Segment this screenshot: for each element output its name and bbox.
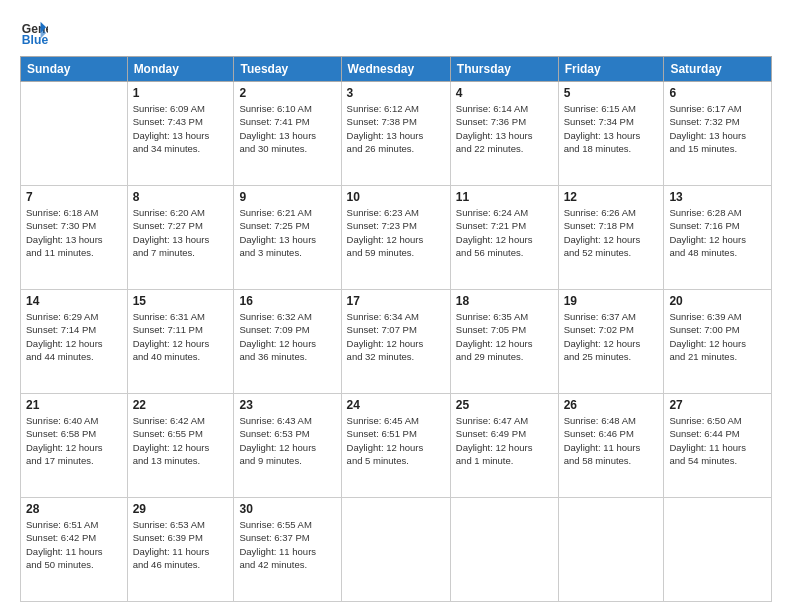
day-info: Sunrise: 6:20 AM Sunset: 7:27 PM Dayligh… <box>133 206 229 259</box>
day-info: Sunrise: 6:10 AM Sunset: 7:41 PM Dayligh… <box>239 102 335 155</box>
day-number: 22 <box>133 398 229 412</box>
day-info: Sunrise: 6:29 AM Sunset: 7:14 PM Dayligh… <box>26 310 122 363</box>
day-cell: 7Sunrise: 6:18 AM Sunset: 7:30 PM Daylig… <box>21 186 128 290</box>
day-number: 28 <box>26 502 122 516</box>
day-cell: 17Sunrise: 6:34 AM Sunset: 7:07 PM Dayli… <box>341 290 450 394</box>
day-info: Sunrise: 6:35 AM Sunset: 7:05 PM Dayligh… <box>456 310 553 363</box>
day-cell: 21Sunrise: 6:40 AM Sunset: 6:58 PM Dayli… <box>21 394 128 498</box>
svg-text:Blue: Blue <box>22 33 48 46</box>
day-info: Sunrise: 6:17 AM Sunset: 7:32 PM Dayligh… <box>669 102 766 155</box>
day-number: 10 <box>347 190 445 204</box>
day-cell <box>21 82 128 186</box>
day-info: Sunrise: 6:31 AM Sunset: 7:11 PM Dayligh… <box>133 310 229 363</box>
day-info: Sunrise: 6:42 AM Sunset: 6:55 PM Dayligh… <box>133 414 229 467</box>
day-number: 5 <box>564 86 659 100</box>
day-cell: 9Sunrise: 6:21 AM Sunset: 7:25 PM Daylig… <box>234 186 341 290</box>
day-info: Sunrise: 6:12 AM Sunset: 7:38 PM Dayligh… <box>347 102 445 155</box>
day-info: Sunrise: 6:51 AM Sunset: 6:42 PM Dayligh… <box>26 518 122 571</box>
day-cell: 14Sunrise: 6:29 AM Sunset: 7:14 PM Dayli… <box>21 290 128 394</box>
day-cell: 2Sunrise: 6:10 AM Sunset: 7:41 PM Daylig… <box>234 82 341 186</box>
day-cell: 29Sunrise: 6:53 AM Sunset: 6:39 PM Dayli… <box>127 498 234 602</box>
day-cell: 23Sunrise: 6:43 AM Sunset: 6:53 PM Dayli… <box>234 394 341 498</box>
day-info: Sunrise: 6:45 AM Sunset: 6:51 PM Dayligh… <box>347 414 445 467</box>
day-info: Sunrise: 6:21 AM Sunset: 7:25 PM Dayligh… <box>239 206 335 259</box>
day-cell: 13Sunrise: 6:28 AM Sunset: 7:16 PM Dayli… <box>664 186 772 290</box>
day-info: Sunrise: 6:34 AM Sunset: 7:07 PM Dayligh… <box>347 310 445 363</box>
header-day-thursday: Thursday <box>450 57 558 82</box>
day-info: Sunrise: 6:50 AM Sunset: 6:44 PM Dayligh… <box>669 414 766 467</box>
day-number: 6 <box>669 86 766 100</box>
day-number: 14 <box>26 294 122 308</box>
day-cell: 5Sunrise: 6:15 AM Sunset: 7:34 PM Daylig… <box>558 82 664 186</box>
day-cell: 3Sunrise: 6:12 AM Sunset: 7:38 PM Daylig… <box>341 82 450 186</box>
week-row-5: 28Sunrise: 6:51 AM Sunset: 6:42 PM Dayli… <box>21 498 772 602</box>
day-cell: 8Sunrise: 6:20 AM Sunset: 7:27 PM Daylig… <box>127 186 234 290</box>
calendar-table: SundayMondayTuesdayWednesdayThursdayFrid… <box>20 56 772 602</box>
day-number: 20 <box>669 294 766 308</box>
day-number: 17 <box>347 294 445 308</box>
week-row-2: 7Sunrise: 6:18 AM Sunset: 7:30 PM Daylig… <box>21 186 772 290</box>
day-info: Sunrise: 6:43 AM Sunset: 6:53 PM Dayligh… <box>239 414 335 467</box>
day-cell <box>341 498 450 602</box>
day-cell: 26Sunrise: 6:48 AM Sunset: 6:46 PM Dayli… <box>558 394 664 498</box>
day-number: 30 <box>239 502 335 516</box>
day-cell: 27Sunrise: 6:50 AM Sunset: 6:44 PM Dayli… <box>664 394 772 498</box>
day-number: 7 <box>26 190 122 204</box>
day-info: Sunrise: 6:53 AM Sunset: 6:39 PM Dayligh… <box>133 518 229 571</box>
header-day-friday: Friday <box>558 57 664 82</box>
day-cell: 22Sunrise: 6:42 AM Sunset: 6:55 PM Dayli… <box>127 394 234 498</box>
page-header: General Blue <box>20 18 772 46</box>
day-info: Sunrise: 6:15 AM Sunset: 7:34 PM Dayligh… <box>564 102 659 155</box>
day-number: 21 <box>26 398 122 412</box>
day-cell: 30Sunrise: 6:55 AM Sunset: 6:37 PM Dayli… <box>234 498 341 602</box>
day-cell: 6Sunrise: 6:17 AM Sunset: 7:32 PM Daylig… <box>664 82 772 186</box>
day-cell: 25Sunrise: 6:47 AM Sunset: 6:49 PM Dayli… <box>450 394 558 498</box>
day-cell: 18Sunrise: 6:35 AM Sunset: 7:05 PM Dayli… <box>450 290 558 394</box>
day-cell <box>558 498 664 602</box>
day-info: Sunrise: 6:48 AM Sunset: 6:46 PM Dayligh… <box>564 414 659 467</box>
week-row-3: 14Sunrise: 6:29 AM Sunset: 7:14 PM Dayli… <box>21 290 772 394</box>
day-number: 12 <box>564 190 659 204</box>
day-cell: 20Sunrise: 6:39 AM Sunset: 7:00 PM Dayli… <box>664 290 772 394</box>
day-info: Sunrise: 6:40 AM Sunset: 6:58 PM Dayligh… <box>26 414 122 467</box>
day-info: Sunrise: 6:23 AM Sunset: 7:23 PM Dayligh… <box>347 206 445 259</box>
day-cell: 19Sunrise: 6:37 AM Sunset: 7:02 PM Dayli… <box>558 290 664 394</box>
day-number: 16 <box>239 294 335 308</box>
day-number: 2 <box>239 86 335 100</box>
day-cell: 4Sunrise: 6:14 AM Sunset: 7:36 PM Daylig… <box>450 82 558 186</box>
day-number: 29 <box>133 502 229 516</box>
day-number: 4 <box>456 86 553 100</box>
day-number: 13 <box>669 190 766 204</box>
day-cell: 11Sunrise: 6:24 AM Sunset: 7:21 PM Dayli… <box>450 186 558 290</box>
day-cell: 1Sunrise: 6:09 AM Sunset: 7:43 PM Daylig… <box>127 82 234 186</box>
day-cell: 15Sunrise: 6:31 AM Sunset: 7:11 PM Dayli… <box>127 290 234 394</box>
header-day-wednesday: Wednesday <box>341 57 450 82</box>
day-number: 24 <box>347 398 445 412</box>
day-info: Sunrise: 6:32 AM Sunset: 7:09 PM Dayligh… <box>239 310 335 363</box>
day-cell: 10Sunrise: 6:23 AM Sunset: 7:23 PM Dayli… <box>341 186 450 290</box>
day-info: Sunrise: 6:37 AM Sunset: 7:02 PM Dayligh… <box>564 310 659 363</box>
day-cell: 12Sunrise: 6:26 AM Sunset: 7:18 PM Dayli… <box>558 186 664 290</box>
day-cell: 24Sunrise: 6:45 AM Sunset: 6:51 PM Dayli… <box>341 394 450 498</box>
day-number: 1 <box>133 86 229 100</box>
day-number: 3 <box>347 86 445 100</box>
day-info: Sunrise: 6:39 AM Sunset: 7:00 PM Dayligh… <box>669 310 766 363</box>
day-number: 8 <box>133 190 229 204</box>
day-number: 27 <box>669 398 766 412</box>
day-info: Sunrise: 6:14 AM Sunset: 7:36 PM Dayligh… <box>456 102 553 155</box>
header-day-saturday: Saturday <box>664 57 772 82</box>
day-cell <box>450 498 558 602</box>
day-info: Sunrise: 6:55 AM Sunset: 6:37 PM Dayligh… <box>239 518 335 571</box>
day-info: Sunrise: 6:26 AM Sunset: 7:18 PM Dayligh… <box>564 206 659 259</box>
day-number: 19 <box>564 294 659 308</box>
week-row-1: 1Sunrise: 6:09 AM Sunset: 7:43 PM Daylig… <box>21 82 772 186</box>
day-cell: 16Sunrise: 6:32 AM Sunset: 7:09 PM Dayli… <box>234 290 341 394</box>
day-number: 23 <box>239 398 335 412</box>
day-number: 15 <box>133 294 229 308</box>
header-row: SundayMondayTuesdayWednesdayThursdayFrid… <box>21 57 772 82</box>
logo-icon: General Blue <box>20 18 48 46</box>
logo: General Blue <box>20 18 52 46</box>
day-number: 9 <box>239 190 335 204</box>
day-number: 26 <box>564 398 659 412</box>
day-cell: 28Sunrise: 6:51 AM Sunset: 6:42 PM Dayli… <box>21 498 128 602</box>
